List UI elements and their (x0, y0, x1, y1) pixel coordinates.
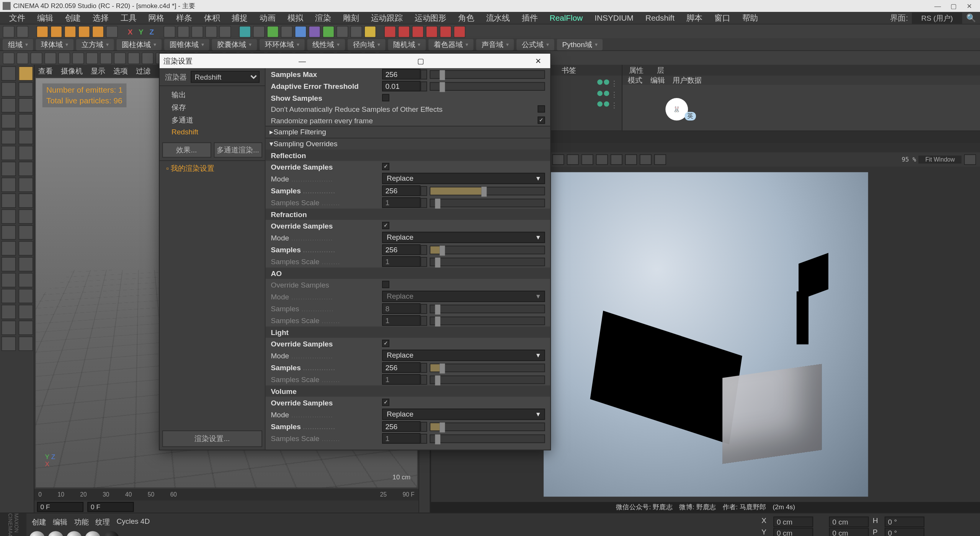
mode-icon[interactable] (1, 162, 16, 176)
field-pill[interactable]: 胶囊体域▾ (212, 39, 257, 50)
my-render-preset[interactable]: ▫ 我的渲染设置 (160, 160, 265, 176)
axis-y-label[interactable]: Y (137, 28, 145, 36)
menu-4[interactable]: 工具 (115, 12, 142, 23)
rv-grid-icon[interactable] (567, 154, 578, 165)
plus-icon[interactable] (106, 26, 118, 38)
mode-icon[interactable] (1, 241, 16, 256)
vp-menu-item[interactable]: 显示 (91, 66, 105, 76)
samples-slider[interactable] (430, 245, 545, 254)
attr-submenu[interactable]: 用户数据 (673, 75, 702, 85)
tool-icon[interactable] (192, 26, 204, 38)
override-checkbox[interactable]: ✓ (382, 222, 389, 229)
camera-icon[interactable] (364, 26, 376, 38)
mode-icon[interactable] (1, 209, 16, 224)
mode-icon[interactable] (1, 320, 16, 335)
scale-icon[interactable] (64, 26, 76, 38)
mode-icon[interactable] (18, 114, 33, 129)
menu-15[interactable]: 角色 (453, 12, 479, 23)
menu-17[interactable]: 插件 (516, 12, 543, 23)
vp-menu-item[interactable]: 过滤 (136, 66, 150, 76)
lasso-icon[interactable] (92, 26, 104, 38)
prim-cube-icon[interactable] (239, 26, 251, 38)
mode-icon[interactable] (18, 162, 33, 176)
render-tree-item[interactable]: 输出 (160, 89, 265, 101)
mode-icon[interactable] (18, 209, 33, 224)
menu-2[interactable]: 创建 (60, 12, 86, 23)
material-ball[interactable] (103, 531, 119, 536)
field-pill[interactable]: 随机域▾ (388, 39, 426, 50)
mode-icon[interactable] (18, 98, 33, 113)
rv-region-icon[interactable] (654, 154, 666, 165)
spinner-icon[interactable] (420, 363, 427, 373)
rv-region-icon[interactable] (610, 154, 622, 165)
samples-slider[interactable] (430, 422, 545, 431)
tool-icon[interactable] (72, 52, 84, 64)
menu-21[interactable]: 脚本 (681, 12, 707, 23)
multipass-button[interactable]: 多通道渲染... (214, 142, 262, 158)
mode-icon[interactable] (1, 225, 16, 240)
menu-3[interactable]: 选择 (87, 12, 114, 23)
param-input[interactable]: 0.01 (382, 81, 420, 92)
mode-icon[interactable] (1, 305, 16, 319)
menu-12[interactable]: 雕刻 (338, 12, 364, 23)
mode-icon[interactable] (1, 273, 16, 288)
spinner-icon[interactable] (420, 186, 427, 196)
tool-icon[interactable] (3, 52, 15, 64)
tool-icon[interactable] (219, 26, 231, 38)
mode-select[interactable]: Replace▾ (382, 350, 545, 361)
samples-input[interactable]: 256 (382, 421, 420, 432)
menu-5[interactable]: 网格 (143, 12, 170, 23)
param-input[interactable]: 256 (382, 69, 420, 80)
tool-icon[interactable] (31, 52, 42, 64)
tool-icon[interactable] (164, 26, 176, 38)
mode-icon[interactable] (18, 289, 33, 303)
menu-22[interactable]: 窗口 (709, 12, 735, 23)
field-pill[interactable]: 球体域▾ (36, 39, 74, 50)
mode-icon[interactable] (1, 114, 16, 129)
rv-region-icon[interactable] (639, 154, 651, 165)
checkbox[interactable]: ✓ (538, 116, 545, 124)
deformer-icon[interactable] (295, 26, 307, 38)
field-pill[interactable]: 径向域▾ (348, 39, 385, 50)
field-pill[interactable]: 环环体域▾ (260, 39, 305, 50)
mode-icon[interactable] (18, 225, 33, 240)
menu-6[interactable]: 样条 (171, 12, 197, 23)
mode-icon[interactable] (18, 241, 33, 256)
override-checkbox[interactable]: ✓ (382, 399, 389, 406)
maximize-button[interactable]: ▢ (946, 2, 962, 10)
spinner-icon[interactable] (420, 81, 427, 91)
rv-fit-dd[interactable]: Fit Window (919, 155, 962, 163)
mode-icon[interactable] (18, 130, 33, 144)
field-pill[interactable]: 圆锥体域▾ (164, 39, 209, 50)
checkbox[interactable] (382, 94, 389, 101)
select-icon[interactable] (36, 26, 48, 38)
dialog-titlebar[interactable]: 渲染设置 — ▢ ✕ (160, 54, 550, 68)
light-icon[interactable] (351, 26, 363, 38)
material-ball[interactable] (66, 531, 82, 536)
tool-icon[interactable] (114, 52, 126, 64)
field-pill[interactable]: 着色器域▾ (428, 39, 474, 50)
frame-current-input[interactable] (87, 502, 134, 511)
override-checkbox[interactable]: ✓ (382, 340, 389, 347)
dialog-maximize-icon[interactable]: ▢ (412, 57, 429, 65)
tool-icon[interactable] (58, 52, 70, 64)
tool-icon[interactable] (100, 52, 112, 64)
spinner-icon[interactable] (420, 422, 427, 431)
menu-10[interactable]: 模拟 (282, 12, 309, 23)
tool-icon[interactable] (16, 52, 28, 64)
rv-fullscreen-icon[interactable] (964, 154, 976, 165)
rotate-icon[interactable] (78, 26, 90, 38)
field-pill[interactable]: 圆柱体域▾ (116, 39, 162, 50)
param-slider[interactable] (430, 82, 545, 90)
mode-icon[interactable] (1, 289, 16, 303)
mode-icon[interactable] (1, 146, 16, 160)
rv-region-icon[interactable] (625, 154, 637, 165)
mat-tab[interactable]: 纹理 (95, 517, 110, 527)
render-queue-icon[interactable] (440, 26, 452, 38)
menu-8[interactable]: 捕捉 (227, 12, 253, 23)
field-pill[interactable]: Python域▾ (557, 39, 603, 50)
mode-icon[interactable] (18, 146, 33, 160)
search-icon[interactable]: 🔍 (966, 13, 976, 23)
material-ball[interactable] (85, 531, 101, 536)
tool-icon[interactable] (178, 26, 189, 38)
